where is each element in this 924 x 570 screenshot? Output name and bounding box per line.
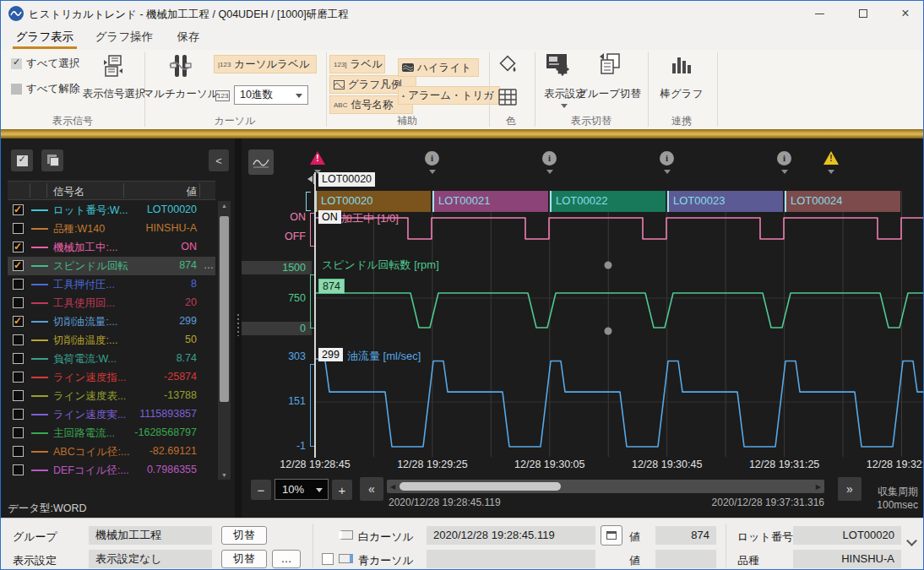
signal-checkbox[interactable] — [13, 427, 24, 438]
display-switch-button[interactable]: 切替 — [221, 550, 267, 568]
signal-name[interactable]: スピンドル回転... — [53, 259, 129, 274]
signal-checkbox[interactable] — [13, 446, 24, 457]
tab-graph-operation[interactable]: グラフ操作 — [90, 26, 158, 50]
row-more-button[interactable]: … — [204, 259, 214, 271]
lot-band[interactable]: LOT00022 — [550, 191, 666, 212]
table-row[interactable]: ✓機械加工中:...ON — [8, 238, 215, 257]
signal-checkbox[interactable] — [13, 297, 24, 308]
table-row[interactable]: 主回路電流...-1628568797 — [8, 424, 215, 442]
signal-name[interactable]: 切削油流量:... — [53, 315, 129, 329]
signal-name[interactable]: 工具使用回... — [53, 296, 129, 311]
zoom-out-button[interactable]: − — [251, 480, 271, 500]
info-marker-icon[interactable]: i — [776, 150, 793, 167]
signal-name[interactable]: ABCコイル径:... — [53, 445, 129, 459]
bar-graph-button[interactable]: 棒グラフ — [653, 87, 710, 101]
signal-name[interactable]: 切削油温度:... — [53, 334, 129, 348]
table-row[interactable]: DEFコイル径:...0.7986355 — [8, 461, 215, 480]
maximize-button[interactable] — [849, 1, 878, 26]
info-marker-icon[interactable]: i — [541, 150, 558, 167]
alarm-trigger-toggle[interactable]: アラーム・トリガ — [398, 86, 500, 105]
graph-mode-button[interactable] — [248, 149, 274, 175]
bar-graph-icon[interactable] — [670, 53, 693, 77]
white-cursor-line[interactable] — [314, 172, 316, 458]
scale-handle[interactable] — [605, 262, 612, 269]
minimize-button[interactable] — [805, 1, 834, 26]
signal-list-scrollbar[interactable]: ▲ ▼ — [218, 201, 231, 480]
check-all-button[interactable]: ✓ — [11, 149, 33, 171]
table-row[interactable]: ライン速度表...-13788 — [8, 387, 215, 405]
page-back-button[interactable]: « — [360, 477, 383, 501]
signal-name[interactable]: 品種:W140 — [53, 222, 129, 236]
blue-cursor-checkbox[interactable] — [322, 553, 334, 565]
more-button[interactable]: … — [272, 550, 301, 568]
column-header-value[interactable]: 値 — [187, 185, 198, 199]
multi-cursor-icon[interactable] — [168, 53, 193, 79]
highlight-toggle[interactable]: ハイライト — [398, 58, 479, 77]
signal-checkbox[interactable] — [13, 223, 24, 234]
signal-select-icon[interactable] — [101, 53, 126, 79]
signal-name[interactable]: ライン速度表... — [53, 389, 129, 404]
table-row[interactable]: 工具押付圧...8 — [8, 275, 215, 294]
chevron-down-icon[interactable] — [906, 535, 917, 546]
warning-marker-icon[interactable]: ! — [823, 150, 840, 167]
zoom-level-combo[interactable]: 10% — [274, 479, 329, 500]
group-switch-button[interactable]: 切替 — [221, 526, 267, 545]
table-row[interactable]: ライン速度実...1115893857 — [8, 405, 215, 424]
signal-name[interactable]: ライン速度指... — [53, 371, 129, 385]
signal-checkbox[interactable] — [13, 409, 24, 420]
collapse-panel-button[interactable]: < — [209, 149, 229, 171]
scroll-left-icon[interactable]: ◀ — [390, 483, 395, 491]
table-row[interactable]: 品種:W140HINSHU-A — [8, 220, 215, 238]
group-switch-icon[interactable] — [597, 52, 622, 77]
tab-save[interactable]: 保存 — [170, 26, 207, 50]
time-scrollbar-thumb[interactable] — [399, 482, 561, 491]
lot-band[interactable]: LOT00024 — [785, 191, 900, 212]
display-settings-icon[interactable] — [545, 52, 570, 77]
tab-graph-display[interactable]: グラフ表示 — [11, 26, 79, 50]
signal-checkbox[interactable]: ✓ — [13, 204, 24, 215]
column-header-signal-name[interactable]: 信号名 — [53, 185, 85, 199]
alarm-marker-icon[interactable]: ! — [309, 150, 326, 167]
info-marker-icon[interactable]: i — [659, 150, 676, 167]
scroll-up-icon[interactable]: ▲ — [218, 203, 231, 209]
zoom-in-button[interactable]: + — [332, 480, 352, 500]
table-row[interactable]: ✓ロット番号:W...LOT00020 — [8, 201, 215, 220]
signal-name[interactable]: 工具押付圧... — [53, 278, 129, 292]
label-toggle[interactable]: 123]ラベル — [329, 55, 385, 73]
scrollbar-thumb[interactable] — [220, 216, 229, 402]
signal-checkbox[interactable] — [13, 353, 24, 364]
info-marker-icon[interactable]: i — [424, 150, 441, 167]
signal-name[interactable]: ライン速度実... — [53, 408, 129, 422]
signal-checkbox[interactable] — [13, 464, 24, 475]
signal-checkbox[interactable]: ✓ — [13, 316, 24, 327]
signal-checkbox[interactable] — [13, 372, 24, 383]
table-row[interactable]: ✓切削油流量:...299 — [8, 312, 215, 331]
table-row[interactable]: 負荷電流:W...8.74 — [8, 350, 215, 368]
number-format-combo[interactable]: 10進数 — [234, 85, 308, 105]
close-button[interactable]: × — [891, 1, 920, 26]
lot-band[interactable]: LOT00023 — [667, 191, 783, 212]
deselect-all-button[interactable]: すべて解除 — [11, 82, 79, 96]
signal-name[interactable]: 主回路電流... — [53, 426, 129, 441]
signal-name[interactable]: 負荷電流:W... — [53, 352, 129, 366]
cursor-label-toggle[interactable]: |123 カーソルラベル — [214, 55, 317, 73]
signal-checkbox[interactable] — [13, 279, 24, 290]
panel-splitter[interactable] — [235, 138, 242, 518]
signal-checkbox[interactable]: ✓ — [13, 260, 24, 271]
signal-checkbox[interactable]: ✓ — [13, 242, 24, 252]
table-row[interactable]: 工具使用回...20 — [8, 294, 215, 312]
lot-band[interactable]: LOT00020 — [315, 191, 431, 212]
grid-color-button[interactable] — [496, 84, 519, 107]
scroll-right-icon[interactable]: ▶ — [816, 483, 821, 491]
calendar-button[interactable] — [601, 525, 622, 546]
table-row[interactable]: 切削油温度:...50 — [8, 331, 215, 350]
signal-checkbox[interactable] — [13, 334, 24, 345]
multi-cursor-button[interactable]: マルチカーソル — [143, 87, 219, 101]
signal-name[interactable]: ロット番号:W... — [53, 204, 129, 218]
select-all-button[interactable]: ✓ すべて選択 — [11, 57, 79, 71]
signal-checkbox[interactable] — [13, 390, 24, 401]
signal-name[interactable]: 機械加工中:... — [53, 241, 129, 255]
fill-color-button[interactable] — [496, 53, 519, 77]
group-switch-button[interactable]: グループ切替 — [573, 87, 644, 101]
table-row[interactable]: ABCコイル径:...-82.69121 — [8, 442, 215, 461]
